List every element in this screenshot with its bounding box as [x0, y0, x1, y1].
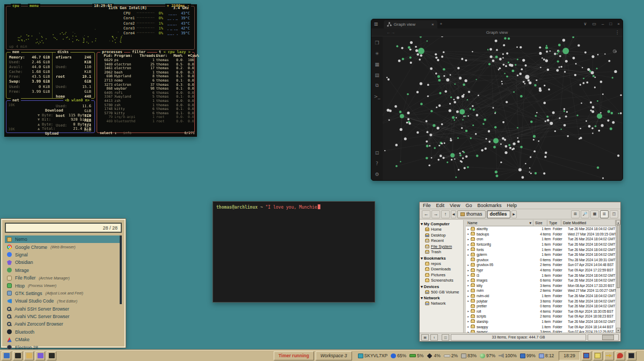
- taskbar-display-button[interactable]: [627, 351, 636, 360]
- menu-go[interactable]: Go: [465, 203, 472, 208]
- sidebar-item-500-gb-volume[interactable]: 500 GB Volume: [420, 290, 463, 296]
- expander-icon[interactable]: ▸: [466, 263, 471, 267]
- launcher-item-google-chrome[interactable]: Google Chrome(Web Browser): [5, 243, 122, 251]
- files-icon[interactable]: ❐: [374, 40, 380, 46]
- launcher-item-visual-studio-code[interactable]: Visual Studio Code(Text Editor): [5, 297, 122, 305]
- file-row-scripts[interactable]: ▸scripts2 itemsFolderTue 09 Apr 2024 18:…: [466, 314, 616, 319]
- launcher-item-mirage[interactable]: Mirage: [5, 267, 122, 274]
- file-row-fontconfig[interactable]: ▸fontconfig1 itemFolderTue 26 Mar 2024 1…: [466, 242, 616, 247]
- file-row-nvim-old[interactable]: ▸nvim-old1 itemFolderTue 26 Mar 2024 18:…: [466, 293, 616, 299]
- file-row-gruvbox[interactable]: gruvbox0 itemsFolderThu 28 Mar 2024 14:3…: [466, 257, 616, 263]
- sidebar-item-downloads[interactable]: Downloads: [420, 267, 463, 272]
- launcher-item-avahi-zeroconf-browser[interactable]: Avahi Zeroconf Browser: [5, 320, 122, 328]
- menu-bookmarks[interactable]: Bookmarks: [477, 203, 501, 208]
- sidebar-item-desktop[interactable]: Desktop: [420, 233, 463, 239]
- tray-network[interactable]: SKYVL7XP: [358, 353, 387, 358]
- process-row[interactable]: 469bluetoothd1root0.0⠄0.0: [97, 120, 194, 124]
- sidebar-item-recent[interactable]: Recent: [420, 238, 463, 244]
- back-icon[interactable]: ←: [386, 30, 391, 35]
- file-row-images[interactable]: ▸images6 itemsFolderTue 26 Mar 2024 18:0…: [466, 278, 616, 283]
- scroll-up-icon[interactable]: ▲: [616, 220, 620, 225]
- expander-icon[interactable]: ▸: [466, 243, 471, 246]
- launcher-scrollbar[interactable]: [120, 235, 122, 304]
- btop-info-hint[interactable]: info: [123, 131, 131, 135]
- sidebar-section-network[interactable]: ▾Network: [420, 295, 463, 301]
- expander-icon[interactable]: ▸: [466, 325, 471, 328]
- menu-help[interactable]: Help: [507, 203, 517, 208]
- maximize-button[interactable]: □: [609, 21, 612, 26]
- launcher-item-obsidian[interactable]: Obsidian: [5, 259, 122, 266]
- btop-proc-tab-processes[interactable]: processes: [100, 50, 124, 54]
- expander-icon[interactable]: ▸: [466, 320, 471, 323]
- tree-view-toggle-button[interactable]: t: [430, 334, 438, 341]
- expander-icon[interactable]: ▸: [466, 294, 471, 298]
- expander-icon[interactable]: ▸: [466, 248, 471, 251]
- expander-icon[interactable]: ▸: [466, 269, 471, 272]
- expander-icon[interactable]: ▸: [466, 274, 471, 277]
- menu-file[interactable]: File: [423, 203, 431, 208]
- tray-battery[interactable]: 5%: [409, 353, 423, 358]
- scroll-down-icon[interactable]: ▼: [616, 328, 620, 333]
- taskbar-clock[interactable]: 18:29: [559, 351, 580, 360]
- file-row-starship[interactable]: ▸starship1 itemFolderTue 26 Mar 2024 18:…: [466, 319, 616, 325]
- column-size[interactable]: Size: [533, 220, 547, 226]
- launcher-item-file-roller[interactable]: File Roller(Archive Manager): [5, 274, 122, 282]
- timer-running-button[interactable]: Timer running: [274, 351, 314, 360]
- tab-close-icon[interactable]: ×: [431, 22, 434, 27]
- vault-switcher-icon[interactable]: ⊡: [374, 150, 380, 156]
- forward-button[interactable]: →: [431, 210, 440, 218]
- expander-icon[interactable]: ▸: [466, 232, 471, 235]
- back-button[interactable]: ←: [422, 210, 430, 218]
- file-row-cron[interactable]: ▸cron1 itemFolderTue 26 Mar 2024 18:04:0…: [466, 237, 616, 242]
- file-row-prettier[interactable]: prettier0 itemsFolderTue 26 Mar 2024 18:…: [466, 304, 616, 309]
- quicklaunch-obsidian-button[interactable]: [35, 351, 45, 360]
- tab-graph-view[interactable]: Graph view ×: [384, 20, 437, 28]
- quicklaunch-computer-button[interactable]: [2, 351, 11, 360]
- tray-bluetooth[interactable]: 65%: [391, 353, 406, 358]
- file-row-swappy[interactable]: ▸swappy1 itemFolderTue 09 Apr 2024 18:14…: [466, 324, 616, 329]
- expander-icon[interactable]: ▸: [466, 227, 471, 231]
- sidebar-item-file-system[interactable]: File System: [420, 244, 463, 250]
- launcher-item-avahi-ssh-server-browser[interactable]: Avahi SSH Server Browser: [5, 305, 122, 313]
- sidebar-section-my-computer[interactable]: ▾My Computer: [420, 221, 463, 227]
- launcher-item-cmake[interactable]: CMake: [5, 336, 122, 343]
- vertical-scrollbar[interactable]: ▲ ▼: [616, 220, 620, 333]
- taskbar-window-button[interactable]: [582, 351, 591, 360]
- canvas-icon[interactable]: ▦: [374, 61, 380, 67]
- terminal-window[interactable]: thomas@archlinux ~ "I love you, Munchie: [213, 201, 375, 303]
- launcher-item-bluetooth[interactable]: Bluetooth: [5, 328, 122, 336]
- launcher-item-avahi-vnc-server-browser[interactable]: Avahi VNC Server Browser: [5, 313, 122, 320]
- taskbar-restart-button[interactable]: [616, 351, 625, 360]
- tray-disk[interactable]: 83%: [461, 353, 477, 358]
- file-row-nvim[interactable]: ▸nvim2 itemsFolderWed 27 Mar 2024 11:00:…: [466, 288, 616, 293]
- side-pane-toggle-button[interactable]: ▤: [421, 334, 429, 341]
- launcher-item-gtk-settings[interactable]: GTK Settings(Adjust Look and Feel): [5, 290, 122, 297]
- file-row-backups[interactable]: ▸backups4 itemsFolderWed 27 Mar 2024 16:…: [466, 232, 616, 237]
- breadcrumb-next-button[interactable]: ▸: [511, 210, 517, 218]
- btop-select-hint[interactable]: select ↓: [100, 131, 116, 135]
- tray-computers[interactable]: 99%: [520, 353, 536, 358]
- show-hidden-button[interactable]: ◫: [442, 334, 449, 341]
- launcher-item-nemo[interactable]: Nemo: [5, 235, 122, 243]
- col-user[interactable]: User:: [155, 54, 172, 58]
- search-doc-button[interactable]: 🔎: [581, 210, 589, 218]
- launcher-item-signal[interactable]: Signal: [5, 251, 122, 259]
- column-type[interactable]: Type: [547, 220, 561, 226]
- launcher-item-htop[interactable]: Htop(Process Viewer): [5, 282, 122, 289]
- sidebar-item-screenshots[interactable]: Screenshots: [420, 278, 463, 284]
- sidebar-item-pictures[interactable]: Pictures: [420, 272, 463, 278]
- tray-volume[interactable]: 100%: [499, 353, 517, 358]
- graph-settings-gear-icon[interactable]: ⚙: [612, 48, 617, 54]
- expander-icon[interactable]: ▸: [466, 238, 471, 241]
- col-program[interactable]: Program:: [113, 54, 140, 58]
- scrollbar-thumb[interactable]: [617, 225, 620, 288]
- file-row-gruvbox-95[interactable]: ▸gruvbox-952 itemsFolderSun 07 Apr 2024 …: [466, 262, 616, 268]
- file-row-kitty[interactable]: ▸kitty3 itemsFolderMon 08 Apr 2024 17:33…: [466, 283, 616, 289]
- sidebar-toggle-icon[interactable]: ▥: [374, 21, 378, 26]
- forward-icon[interactable]: →: [391, 30, 395, 35]
- sidebar-section-bookmarks[interactable]: ▾Bookmarks: [420, 255, 463, 261]
- layout-icon[interactable]: ▭: [592, 21, 596, 26]
- expander-icon[interactable]: ▸: [466, 253, 471, 256]
- taskbar-notes-button[interactable]: [593, 351, 603, 360]
- sidebar-item-repos[interactable]: repos: [420, 261, 463, 267]
